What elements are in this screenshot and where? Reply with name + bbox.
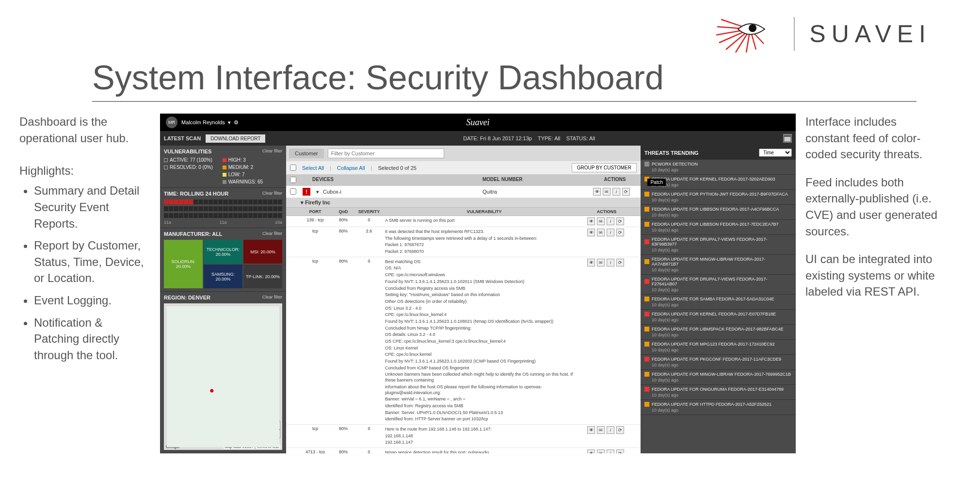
threat-item[interactable]: FEDORA UPDATE FOR KERNEL FEDORA-2017-E07… <box>641 310 796 325</box>
time-cell[interactable] <box>213 213 218 218</box>
time-heatmap-row2[interactable] <box>164 206 282 211</box>
row-mail-icon[interactable]: ✉ <box>597 229 605 236</box>
row-mail-icon[interactable]: ✉ <box>597 426 605 434</box>
time-cell[interactable] <box>179 199 183 204</box>
time-cell[interactable] <box>258 199 262 204</box>
time-cell[interactable] <box>253 206 257 211</box>
time-cell[interactable] <box>174 206 178 211</box>
time-cell[interactable] <box>223 199 227 204</box>
row-view-icon[interactable]: 👁 <box>587 259 595 266</box>
collapse-all-link[interactable]: Collapse All <box>337 165 365 171</box>
customer-group-header[interactable]: ▾ Firefly Inc <box>286 198 641 208</box>
threat-item[interactable]: FEDORA UPDATE FOR ONIGURUMA FEDORA-2017-… <box>641 385 796 400</box>
time-cell[interactable] <box>179 213 183 218</box>
map-zoom-out-button[interactable]: − <box>272 430 280 438</box>
row-info-icon[interactable]: i <box>607 449 614 453</box>
map-zoom-in-button[interactable]: + <box>272 421 280 430</box>
time-cell[interactable] <box>169 213 173 218</box>
mfr-clear-filter[interactable]: Clear filter <box>262 231 282 237</box>
threat-item[interactable]: FEDORA UPDATE FOR LIBMSPACK FEDORA-2017-… <box>641 325 796 340</box>
row-patch-icon[interactable]: ⟳ <box>616 259 624 266</box>
threat-item[interactable]: FEDORA UPDATE FOR LIBBSON FEDORA-2017-A4… <box>641 205 796 220</box>
time-cell[interactable] <box>233 213 238 218</box>
vuln-warnings[interactable]: WARNINGS: 65 <box>228 179 263 184</box>
time-cell[interactable] <box>164 199 168 204</box>
row-info-icon[interactable]: i <box>607 229 614 236</box>
time-cell[interactable] <box>223 213 227 218</box>
time-heatmap[interactable] <box>164 199 282 204</box>
time-cell[interactable] <box>193 199 198 204</box>
time-cell[interactable] <box>209 206 213 211</box>
manufacturer-treemap[interactable]: TECHNICOLOR: 20.00%MSI: 20.00%SOLIDRUN: … <box>164 240 282 288</box>
threat-item[interactable]: FEDORA UPDATE FOR LIBBSON FEDORA-2017-7E… <box>641 220 796 235</box>
action-mail-icon[interactable]: ✉ <box>603 188 610 196</box>
time-cell[interactable] <box>204 206 208 211</box>
time-cell[interactable] <box>263 213 267 218</box>
row-view-icon[interactable]: 👁 <box>587 449 595 453</box>
time-cell[interactable] <box>228 199 233 204</box>
row-view-icon[interactable]: 👁 <box>587 426 595 434</box>
time-cell[interactable] <box>278 199 282 204</box>
time-cell[interactable] <box>248 213 253 218</box>
threat-item[interactable]: PCWORX DETECTION10 day(s) ago <box>641 160 796 175</box>
time-cell[interactable] <box>258 213 262 218</box>
time-cell[interactable] <box>248 199 253 204</box>
time-cell[interactable] <box>263 206 267 211</box>
vuln-medium[interactable]: MEDIUM: 2 <box>228 165 254 170</box>
row-patch-icon[interactable]: ⟳ <box>616 426 624 434</box>
time-cell[interactable] <box>243 213 247 218</box>
time-cell[interactable] <box>268 199 272 204</box>
time-cell[interactable] <box>273 206 277 211</box>
time-cell[interactable] <box>174 213 178 218</box>
time-cell[interactable] <box>238 213 242 218</box>
select-all-checkbox[interactable] <box>290 165 296 171</box>
time-cell[interactable] <box>278 206 282 211</box>
time-cell[interactable] <box>273 199 277 204</box>
threat-item[interactable]: FEDORA UPDATE FOR HTTPD FEDORA-2017-A52F… <box>641 400 796 415</box>
time-cell[interactable] <box>189 213 193 218</box>
time-cell[interactable] <box>164 206 168 211</box>
region-clear-filter[interactable]: Clear filter <box>262 295 282 300</box>
time-cell[interactable] <box>218 199 223 204</box>
time-cell[interactable] <box>204 199 208 204</box>
vuln-active[interactable]: ACTIVE: 77 (100%) <box>170 157 212 163</box>
time-cell[interactable] <box>213 206 218 211</box>
time-cell[interactable] <box>169 206 173 211</box>
time-cell[interactable] <box>253 213 257 218</box>
user-dropdown-caret-icon[interactable]: ▾ <box>228 119 231 126</box>
time-cell[interactable] <box>228 213 233 218</box>
time-cell[interactable] <box>209 199 213 204</box>
time-cell[interactable] <box>189 199 193 204</box>
time-cell[interactable] <box>213 199 218 204</box>
device-checkbox[interactable] <box>290 188 296 195</box>
header-checkbox[interactable] <box>290 177 296 183</box>
threat-item[interactable]: FEDORA UPDATE FOR DRUPAL7-VIEWS FEDORA-2… <box>641 275 796 295</box>
threat-item[interactable]: FEDORA UPDATE FOR MINGW-LIBRAW FEDORA-20… <box>641 255 796 275</box>
row-view-icon[interactable]: 👁 <box>587 229 595 236</box>
time-cell[interactable] <box>263 199 267 204</box>
time-cell[interactable] <box>209 213 213 218</box>
row-patch-icon[interactable]: ⟳ <box>616 449 624 453</box>
action-patch-icon[interactable]: ⟳ <box>622 188 630 196</box>
threat-item[interactable]: FEDORA UPDATE FOR MINGW-LIBRAW FEDORA-20… <box>641 370 796 385</box>
time-cell[interactable] <box>248 206 253 211</box>
time-cell[interactable] <box>253 199 257 204</box>
time-cell[interactable] <box>218 213 223 218</box>
row-view-icon[interactable]: 👁 <box>587 217 595 225</box>
time-cell[interactable] <box>198 199 203 204</box>
row-info-icon[interactable]: i <box>607 426 614 434</box>
region-map[interactable]: + − Google Map data ©2017 | Terms of Use <box>164 303 282 450</box>
manufacturer-cell[interactable]: SAMSUNG: 20.00% <box>204 265 242 288</box>
time-cell[interactable] <box>193 206 198 211</box>
row-mail-icon[interactable]: ✉ <box>597 259 605 266</box>
row-info-icon[interactable]: i <box>607 259 614 266</box>
vuln-clear-filter[interactable]: Clear filter <box>262 149 282 154</box>
manufacturer-cell[interactable]: MSI: 20.00% <box>243 240 282 264</box>
action-view-icon[interactable]: 👁 <box>593 188 601 196</box>
time-cell[interactable] <box>198 213 203 218</box>
threat-item[interactable]: FEDORA UPDATE FOR MPG123 FEDORA-2017-172… <box>641 340 796 355</box>
time-cell[interactable] <box>228 206 233 211</box>
time-cell[interactable] <box>258 206 262 211</box>
time-cell[interactable] <box>164 213 168 218</box>
time-cell[interactable] <box>184 213 188 218</box>
